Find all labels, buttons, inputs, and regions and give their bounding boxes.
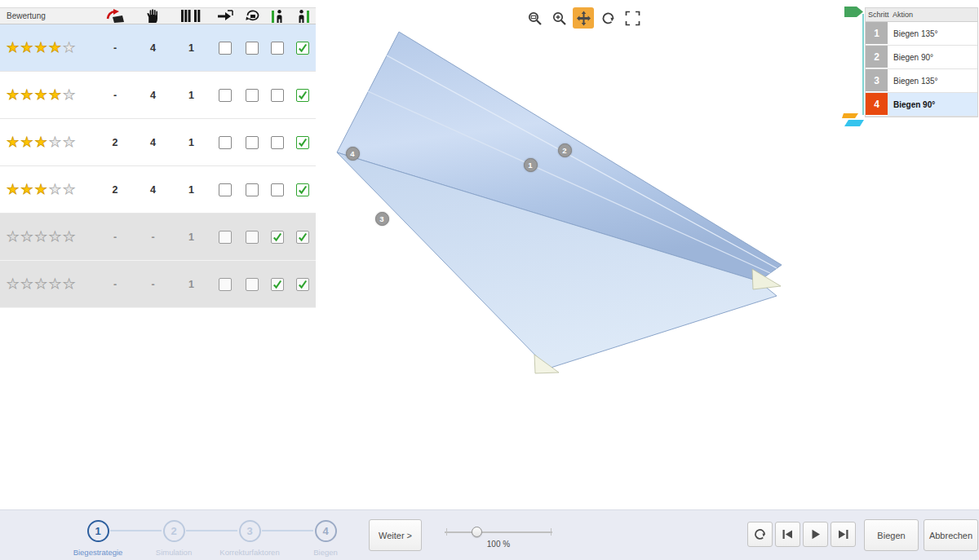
cell-value: - xyxy=(113,279,117,290)
wizard-step-1[interactable]: 1 xyxy=(87,520,109,542)
part-turn-column-header xyxy=(96,9,134,23)
cell-value: - xyxy=(113,90,117,101)
bend-button[interactable]: Biegen xyxy=(864,519,919,551)
step-number: 1 xyxy=(866,22,888,45)
option-checkbox[interactable] xyxy=(219,231,232,244)
strategy-row[interactable]: ★★★★★--1 xyxy=(0,214,316,261)
next-button[interactable]: Weiter > xyxy=(369,519,422,551)
3d-viewport[interactable]: 1234 xyxy=(314,24,820,387)
checkbox-cell xyxy=(210,119,240,165)
checkbox-cell xyxy=(210,72,240,118)
star-icon: ★ xyxy=(7,135,19,149)
option-checkbox[interactable] xyxy=(246,42,259,55)
option-checkbox[interactable] xyxy=(219,183,232,196)
cell-value: 1 xyxy=(188,90,194,101)
play-button[interactable] xyxy=(803,522,828,547)
bend-marker[interactable]: 3 xyxy=(375,212,389,226)
playback-controls xyxy=(747,522,856,547)
strategy-row[interactable]: ★★★★★241 xyxy=(0,166,316,214)
bend-marker[interactable]: 4 xyxy=(346,147,360,161)
cell-value: 1 xyxy=(188,137,194,148)
part-rotation-icon xyxy=(246,10,259,23)
option-checkbox[interactable] xyxy=(296,278,309,291)
wizard-step-label: Biegen xyxy=(281,548,370,557)
step-row[interactable]: 3Biegen 135° xyxy=(866,69,977,93)
cancel-button[interactable]: Abbrechen xyxy=(924,519,978,551)
option-checkbox[interactable] xyxy=(246,183,259,196)
sequence-line xyxy=(862,14,864,115)
checkbox-cell xyxy=(264,166,290,213)
value-cell: - xyxy=(134,214,172,260)
strategy-table-header: Bewertung xyxy=(0,7,316,24)
zoom-slider: 100 % xyxy=(445,522,552,549)
step-first-button[interactable] xyxy=(775,522,800,547)
operator-left-column-header xyxy=(264,9,290,24)
option-checkbox[interactable] xyxy=(246,278,259,291)
option-checkbox[interactable] xyxy=(296,42,309,55)
bend-marker[interactable]: 2 xyxy=(558,143,572,157)
option-checkbox[interactable] xyxy=(296,183,309,196)
option-checkbox[interactable] xyxy=(296,136,309,149)
star-icon: ★ xyxy=(35,88,47,102)
strategy-row[interactable]: ★★★★★-41 xyxy=(0,24,316,72)
cell-value: - xyxy=(113,42,117,54)
fit-view-tool-button[interactable] xyxy=(622,7,643,29)
rotate-tool-button[interactable] xyxy=(597,7,618,29)
rating-stars: ★★★★★ xyxy=(0,24,96,71)
option-checkbox[interactable] xyxy=(271,278,284,291)
value-cell: 1 xyxy=(172,119,210,165)
cell-value: 2 xyxy=(113,137,118,148)
replay-button[interactable] xyxy=(747,522,773,547)
strategy-row[interactable]: ★★★★★--1 xyxy=(0,261,316,308)
checkbox-cell xyxy=(240,214,264,260)
wizard-step-4[interactable]: 4 xyxy=(315,520,337,542)
checkbox-cell xyxy=(290,24,315,71)
slider-handle[interactable] xyxy=(472,527,482,537)
cell-value: 4 xyxy=(150,42,156,54)
option-checkbox[interactable] xyxy=(246,89,259,102)
star-icon: ★ xyxy=(49,230,61,244)
option-checkbox[interactable] xyxy=(271,42,284,55)
option-checkbox[interactable] xyxy=(271,136,284,149)
step-row[interactable]: 2Biegen 90° xyxy=(866,46,977,69)
option-checkbox[interactable] xyxy=(246,231,259,244)
step-row[interactable]: 4Biegen 90° xyxy=(866,93,977,117)
option-checkbox[interactable] xyxy=(271,183,284,196)
step-row[interactable]: 1Biegen 135° xyxy=(866,22,977,46)
star-icon: ★ xyxy=(63,183,75,196)
option-checkbox[interactable] xyxy=(219,278,232,291)
rating-stars: ★★★★★ xyxy=(0,166,96,213)
cell-value: - xyxy=(151,231,154,243)
wizard-step-2[interactable]: 2 xyxy=(163,520,185,542)
star-icon: ★ xyxy=(20,41,33,55)
option-checkbox[interactable] xyxy=(219,89,232,102)
option-checkbox[interactable] xyxy=(271,231,284,244)
checkbox-cell xyxy=(264,261,290,307)
star-icon: ★ xyxy=(20,277,33,291)
zoom-window-tool-button[interactable] xyxy=(524,7,545,29)
option-checkbox[interactable] xyxy=(246,136,259,149)
tool-stations-column-header xyxy=(172,10,210,22)
checkbox-cell xyxy=(240,72,264,118)
option-checkbox[interactable] xyxy=(296,231,309,244)
option-checkbox[interactable] xyxy=(219,42,232,55)
slider-track[interactable] xyxy=(445,531,552,533)
part-turn-icon xyxy=(106,9,124,23)
star-icon: ★ xyxy=(20,230,33,244)
option-checkbox[interactable] xyxy=(271,89,284,102)
bend-marker[interactable]: 1 xyxy=(524,158,538,172)
zoom-tool-button[interactable] xyxy=(548,7,569,29)
checkbox-cell xyxy=(240,166,264,213)
cell-value: 4 xyxy=(150,90,156,101)
pan-tool-button[interactable] xyxy=(573,7,594,29)
checkbox-cell xyxy=(264,119,290,165)
step-number: 2 xyxy=(866,46,888,68)
step-last-button[interactable] xyxy=(831,522,856,547)
strategy-row[interactable]: ★★★★★-41 xyxy=(0,72,316,119)
strategy-row[interactable]: ★★★★★241 xyxy=(0,119,316,166)
value-cell: 4 xyxy=(134,24,172,71)
value-cell: 2 xyxy=(96,166,134,213)
wizard-step-3[interactable]: 3 xyxy=(239,520,261,542)
option-checkbox[interactable] xyxy=(219,136,232,149)
option-checkbox[interactable] xyxy=(296,89,309,102)
